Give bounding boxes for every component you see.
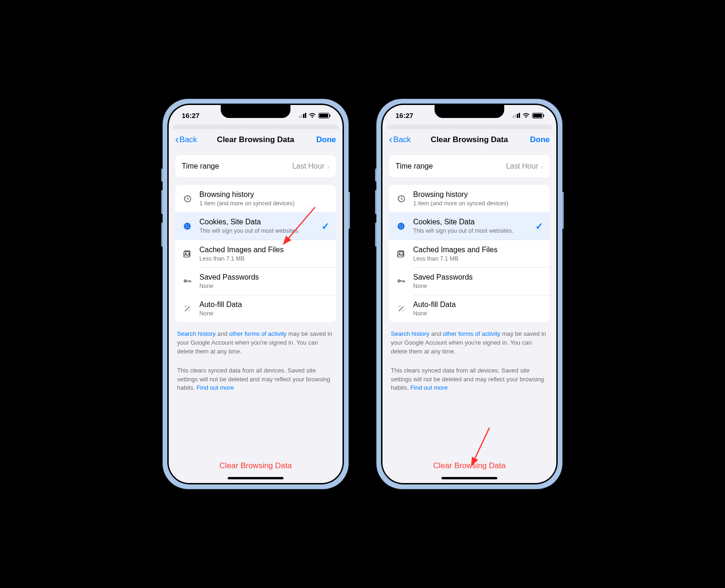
- key-icon: [395, 276, 407, 286]
- svg-point-2: [185, 224, 186, 225]
- svg-rect-13: [191, 281, 191, 282]
- time-range-row[interactable]: Time range Last Hour ›: [175, 155, 336, 177]
- row-title: Saved Passwords: [199, 273, 330, 282]
- nav-bar: ‹ Back Clear Browsing Data Done: [169, 129, 343, 150]
- row-sub: None: [413, 282, 543, 290]
- signal-icon: [513, 113, 521, 118]
- info-text-2: This clears synced data from all devices…: [389, 366, 550, 393]
- other-activity-link[interactable]: other forms of activity: [229, 330, 287, 337]
- row-title: Cookies, Site Data: [413, 217, 532, 227]
- home-indicator[interactable]: [442, 477, 497, 479]
- svg-point-19: [400, 227, 401, 228]
- row-title: Cookies, Site Data: [199, 217, 318, 227]
- time-range-label: Time range: [182, 162, 292, 171]
- row-title: Auto-fill Data: [199, 300, 330, 309]
- done-button[interactable]: Done: [530, 135, 550, 144]
- chevron-left-icon: ‹: [175, 135, 178, 145]
- autofill-row[interactable]: Auto-fill Data None: [389, 295, 550, 322]
- back-button[interactable]: ‹ Back: [389, 135, 411, 145]
- svg-point-1: [184, 222, 191, 229]
- history-icon: [182, 194, 193, 203]
- image-icon: [182, 249, 193, 258]
- wand-icon: [395, 304, 407, 314]
- row-sub: Less than 7.1 MB: [199, 255, 330, 262]
- svg-rect-26: [400, 281, 404, 282]
- autofill-row[interactable]: Auto-fill Data None: [175, 295, 336, 322]
- image-icon: [395, 249, 407, 258]
- svg-point-5: [188, 227, 189, 228]
- signal-icon: [299, 113, 307, 118]
- cache-row[interactable]: Cached Images and Files Less than 7.1 MB: [175, 240, 336, 268]
- row-sub: 1 item (and more on synced devices): [199, 200, 330, 207]
- done-button[interactable]: Done: [316, 135, 336, 144]
- time-range-row[interactable]: Time range Last Hour ›: [389, 155, 550, 177]
- phone-right: 16:27 ‹ Back Clear Browsing Data: [376, 99, 562, 489]
- battery-icon: [532, 113, 543, 118]
- clear-browsing-data-button[interactable]: Clear Browsing Data: [175, 455, 336, 474]
- status-time: 16:27: [182, 111, 199, 119]
- browsing-history-row[interactable]: Browsing history 1 item (and more on syn…: [389, 185, 550, 212]
- svg-rect-11: [186, 281, 191, 282]
- row-sub: This will sign you out of most websites.: [199, 227, 318, 235]
- info-text-2: This clears synced data from all devices…: [175, 366, 336, 393]
- back-label: Back: [179, 135, 197, 144]
- passwords-row[interactable]: Saved Passwords None: [175, 268, 336, 295]
- svg-point-17: [399, 224, 400, 225]
- svg-point-10: [185, 281, 186, 282]
- row-sub: None: [199, 310, 330, 317]
- clear-browsing-data-button[interactable]: Clear Browsing Data: [389, 455, 550, 474]
- info-text-1: Search history and other forms of activi…: [389, 330, 550, 356]
- battery-icon: [318, 113, 330, 118]
- search-history-link[interactable]: Search history: [177, 330, 216, 337]
- other-activity-link[interactable]: other forms of activity: [443, 330, 501, 337]
- row-sub: None: [199, 282, 330, 290]
- home-indicator[interactable]: [228, 477, 283, 479]
- chevron-left-icon: ‹: [389, 135, 392, 145]
- checkmark-icon: ✓: [322, 221, 330, 232]
- row-sub: 1 item (and more on synced devices): [413, 200, 543, 207]
- row-title: Browsing history: [199, 190, 330, 199]
- time-range-value: Last Hour: [292, 162, 324, 170]
- row-title: Browsing history: [413, 190, 543, 199]
- phone-left: 16:27 ‹ Back Clear Browsing Data: [163, 99, 349, 489]
- chevron-right-icon: ›: [541, 163, 543, 170]
- history-icon: [395, 194, 407, 203]
- cookie-icon: [395, 222, 407, 231]
- row-title: Auto-fill Data: [413, 300, 543, 309]
- wifi-icon: [522, 113, 530, 118]
- svg-point-3: [188, 225, 189, 226]
- row-title: Cached Images and Files: [413, 245, 543, 255]
- svg-point-16: [398, 222, 405, 229]
- back-button[interactable]: ‹ Back: [175, 135, 197, 145]
- time-range-label: Time range: [395, 162, 506, 171]
- wifi-icon: [309, 113, 316, 118]
- browsing-history-row[interactable]: Browsing history 1 item (and more on syn…: [175, 185, 336, 212]
- wand-icon: [182, 304, 193, 314]
- svg-point-25: [399, 281, 400, 282]
- cookies-row[interactable]: Cookies, Site Data This will sign you ou…: [175, 212, 336, 240]
- row-sub: Less than 7.1 MB: [413, 255, 543, 262]
- svg-rect-28: [404, 281, 405, 282]
- cookie-icon: [182, 222, 193, 231]
- row-title: Saved Passwords: [413, 273, 543, 282]
- svg-point-20: [402, 227, 403, 228]
- search-history-link[interactable]: Search history: [391, 330, 429, 337]
- find-out-more-link[interactable]: Find out more: [410, 384, 448, 391]
- svg-rect-12: [189, 281, 190, 283]
- back-label: Back: [393, 135, 411, 144]
- checkmark-icon: ✓: [535, 221, 543, 232]
- cookies-row[interactable]: Cookies, Site Data This will sign you ou…: [389, 212, 550, 240]
- key-icon: [182, 276, 193, 286]
- chevron-right-icon: ›: [327, 163, 330, 170]
- svg-point-4: [186, 227, 187, 228]
- cache-row[interactable]: Cached Images and Files Less than 7.1 MB: [389, 240, 550, 268]
- passwords-row[interactable]: Saved Passwords None: [389, 268, 550, 295]
- svg-rect-27: [403, 281, 404, 283]
- status-time: 16:27: [395, 111, 413, 119]
- info-text-1: Search history and other forms of activi…: [175, 330, 336, 356]
- row-title: Cached Images and Files: [199, 245, 330, 255]
- row-sub: None: [413, 310, 543, 317]
- time-range-value: Last Hour: [506, 162, 538, 170]
- nav-bar: ‹ Back Clear Browsing Data Done: [382, 129, 556, 150]
- find-out-more-link[interactable]: Find out more: [197, 384, 234, 391]
